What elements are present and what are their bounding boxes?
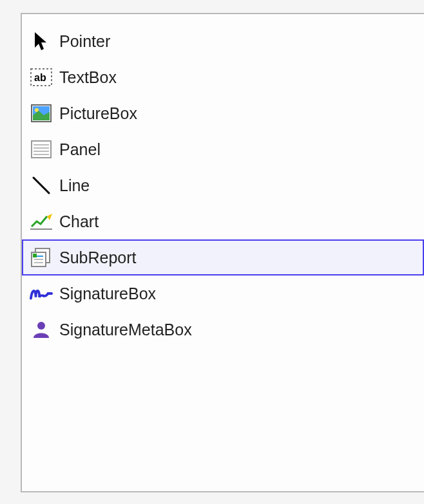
toolbox-item-label: Panel: [59, 140, 101, 159]
toolbox-item-pointer[interactable]: Pointer: [22, 23, 424, 59]
svg-rect-5: [32, 141, 51, 158]
toolbox-item-signaturemetabox[interactable]: SignatureMetaBox: [22, 312, 424, 348]
toolbox-item-label: Chart: [59, 212, 99, 231]
subreport-icon: [30, 246, 53, 269]
toolbox-item-label: Pointer: [59, 32, 110, 51]
toolbox-list: Pointer ab TextBox PictureBox: [22, 23, 424, 348]
toolbox-item-label: SignatureMetaBox: [59, 321, 192, 339]
svg-rect-17: [33, 254, 37, 257]
picturebox-icon: [30, 102, 53, 125]
toolbox-item-subreport[interactable]: SubReport: [22, 239, 424, 275]
toolbox-item-label: Line: [59, 176, 90, 195]
svg-text:ab: ab: [34, 72, 46, 83]
svg-line-10: [34, 178, 49, 193]
toolbox-panel: Pointer ab TextBox PictureBox: [21, 13, 424, 492]
toolbox-item-label: SignatureBox: [59, 285, 156, 303]
toolbox-item-label: SubReport: [59, 248, 137, 267]
signaturemetabox-icon: [30, 318, 53, 341]
textbox-icon: ab: [30, 66, 53, 89]
toolbox-item-signaturebox[interactable]: SignatureBox: [22, 275, 424, 312]
svg-point-18: [37, 322, 45, 330]
toolbox-item-panel[interactable]: Panel: [22, 131, 424, 167]
line-icon: [30, 174, 53, 197]
signaturebox-icon: [30, 282, 53, 305]
toolbox-item-label: TextBox: [59, 68, 117, 87]
panel-icon: [30, 138, 53, 161]
pointer-icon: [30, 30, 53, 53]
toolbox-item-picturebox[interactable]: PictureBox: [22, 95, 424, 131]
toolbox-item-label: PictureBox: [59, 104, 137, 123]
chart-icon: [30, 210, 53, 233]
toolbox-item-chart[interactable]: Chart: [22, 203, 424, 239]
toolbox-item-line[interactable]: Line: [22, 167, 424, 203]
toolbox-item-textbox[interactable]: ab TextBox: [22, 59, 424, 95]
